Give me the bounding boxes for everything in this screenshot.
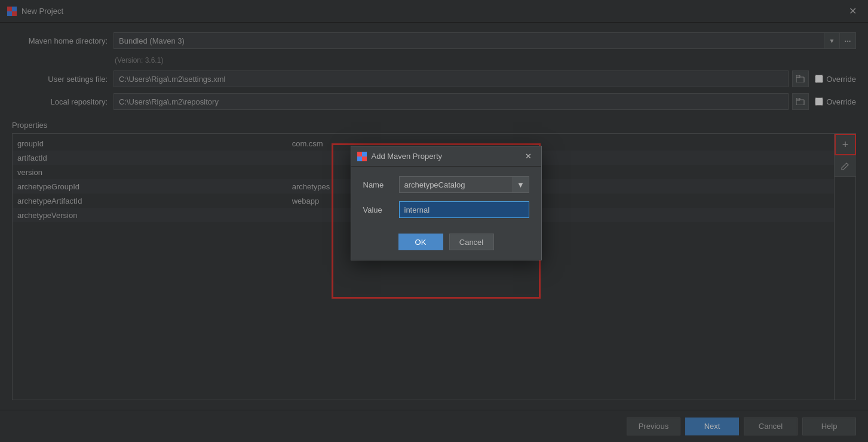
modal-footer: OK Cancel [351, 228, 541, 260]
modal-name-row: Name archetypeCatalog ▼ [363, 176, 529, 193]
modal-value-label: Value [363, 205, 393, 214]
svg-rect-10 [357, 156, 362, 161]
modal-body: Name archetypeCatalog ▼ Value internal [351, 167, 541, 228]
modal-name-label: Name [363, 180, 393, 189]
modal-name-dropdown-button[interactable]: ▼ [513, 176, 529, 193]
new-project-window: New Project ✕ Maven home directory: Bund… [0, 0, 868, 442]
modal-value-row: Value internal [363, 201, 529, 218]
modal-icon [357, 152, 367, 161]
modal-name-input[interactable]: archetypeCatalog [399, 176, 513, 193]
modal-value-input[interactable]: internal [399, 201, 529, 218]
svg-rect-8 [357, 152, 362, 156]
modal-ok-button[interactable]: OK [398, 234, 443, 250]
modal-title-text: Add Maven Property [372, 152, 517, 161]
svg-rect-9 [362, 152, 367, 156]
modal-name-container: archetypeCatalog ▼ [399, 176, 529, 193]
modal-cancel-button[interactable]: Cancel [449, 234, 494, 250]
svg-rect-11 [362, 156, 367, 161]
add-maven-property-dialog: Add Maven Property ✕ Name archetypeCatal… [351, 146, 542, 260]
modal-backdrop: Add Maven Property ✕ Name archetypeCatal… [0, 0, 868, 442]
modal-title-bar: Add Maven Property ✕ [351, 146, 541, 167]
modal-close-button[interactable]: ✕ [522, 150, 535, 163]
